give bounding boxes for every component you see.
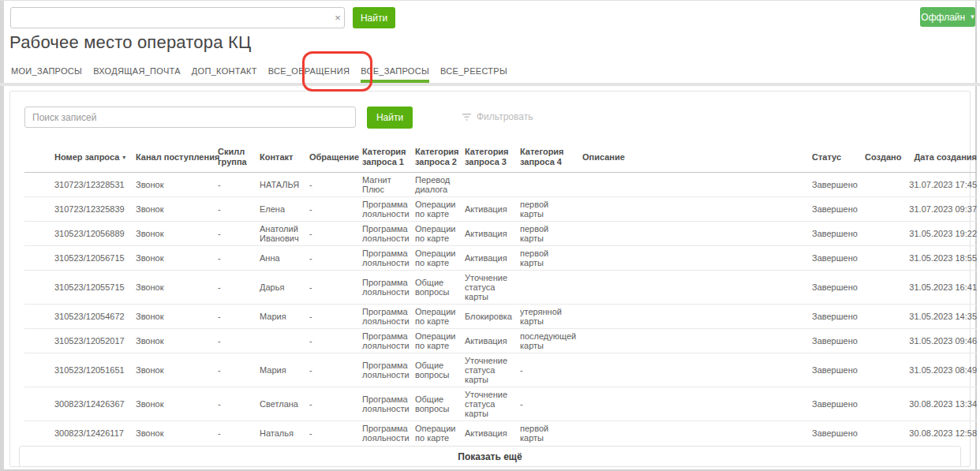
- global-find-button[interactable]: Найти: [353, 7, 395, 28]
- cell-request-number: 310523/12051651: [24, 353, 136, 387]
- app-window: × Найти Оффлайн ▾ Рабочее место оператор…: [0, 0, 980, 471]
- column-header-category-3[interactable]: Категория запроса 3: [465, 142, 520, 173]
- cell-category-4: [520, 173, 582, 197]
- cell-channel: Звонок: [136, 353, 218, 387]
- cell-description: [582, 173, 812, 197]
- cell-channel: Звонок: [136, 305, 218, 329]
- cell-description: [582, 387, 812, 421]
- cell-description: [582, 246, 812, 271]
- cell-contact: Мария: [260, 305, 309, 329]
- cell-created-date: 31.05.2023 16:41: [907, 271, 977, 305]
- cell-category-3: Активация: [465, 421, 520, 446]
- cell-request-number: 310523/12052017: [24, 329, 136, 353]
- cell-category-2: Операции по карте: [415, 246, 465, 271]
- cell-category-1: Программа лояльности: [362, 246, 415, 271]
- column-header-category-1[interactable]: Категория запроса 1: [362, 142, 415, 173]
- cell-category-4: [520, 271, 582, 305]
- cell-category-3: Активация: [465, 329, 520, 353]
- column-header-category-2[interactable]: Категория запроса 2: [415, 142, 465, 173]
- sort-desc-icon: ▾: [122, 154, 125, 161]
- cell-case: -: [309, 246, 362, 271]
- cell-contact: [260, 329, 309, 353]
- requests-table-body: 310723/12328531Звонок-НАТАЛЬЯ-Магнит Плю…: [24, 173, 977, 446]
- tab-vhodyashchaya-pochta[interactable]: ВХОДЯЩАЯ_ПОЧТА: [93, 66, 181, 83]
- column-header-contact[interactable]: Контакт: [260, 142, 309, 173]
- table-row[interactable]: 300823/12426117Звонок-Наталья-Программа …: [24, 421, 977, 446]
- records-search-input[interactable]: [24, 107, 356, 128]
- cell-category-2: Операции по карте: [415, 305, 465, 329]
- column-header-skill-group[interactable]: Скилл группа: [218, 142, 260, 173]
- column-header-created-by[interactable]: Создано: [865, 142, 907, 173]
- cell-created-by: [865, 305, 907, 329]
- requests-table: Номер запроса▾ Канал поступления Скилл г…: [24, 142, 977, 445]
- table-row[interactable]: 310523/12054672Звонок-Мария-Программа ло…: [24, 305, 977, 329]
- cell-created-by: [865, 246, 907, 271]
- cell-description: [582, 222, 812, 246]
- find-button[interactable]: Найти: [367, 107, 413, 129]
- cell-request-number: 310523/12056715: [24, 246, 136, 271]
- cell-category-1: Программа лояльности: [362, 305, 415, 329]
- tab-moi-zaprosy[interactable]: МОИ_ЗАПРОСЫ: [11, 66, 82, 83]
- cell-created-by: [865, 421, 907, 446]
- cell-created-date: 31.05.2023 08:49: [907, 353, 977, 387]
- cell-category-1: Программа лояльности: [362, 387, 415, 421]
- cell-skill-group: -: [218, 222, 260, 246]
- tab-dop-kontakt[interactable]: ДОП_КОНТАКТ: [192, 66, 257, 83]
- cell-contact: Светлана: [260, 387, 309, 421]
- cell-channel: Звонок: [136, 246, 218, 271]
- table-row[interactable]: 310723/12325839Звонок-Елена-Программа ло…: [24, 197, 977, 222]
- cell-case: -: [309, 173, 362, 197]
- column-header-case[interactable]: Обращение: [309, 142, 362, 173]
- cell-request-number: 310523/12055715: [24, 271, 136, 305]
- cell-created-by: [865, 387, 907, 421]
- cell-category-3: Активация: [465, 246, 520, 271]
- cell-request-number: 300823/12426367: [24, 387, 136, 421]
- cell-category-1: Магнит Плюс: [362, 173, 415, 197]
- column-header-description[interactable]: Описание: [582, 142, 812, 173]
- show-more-button[interactable]: Показать ещё: [19, 446, 961, 467]
- content-panel: Найти Фильтровать Номер запроса▾: [9, 91, 971, 467]
- tab-vse-obrashcheniya[interactable]: ВСЕ_ОБРАЩЕНИЯ: [268, 66, 350, 83]
- cell-description: [582, 421, 812, 446]
- table-row[interactable]: 310523/12052017Звонок--Программа лояльно…: [24, 329, 977, 353]
- cell-status: Завершено: [812, 222, 865, 246]
- cell-description: [582, 305, 812, 329]
- table-row[interactable]: 300823/12426367Звонок-Светлана-Программа…: [24, 387, 977, 421]
- table-row[interactable]: 310523/12055715Звонок-Дарья-Программа ло…: [24, 271, 977, 305]
- cell-category-3: Активация: [465, 222, 520, 246]
- cell-channel: Звонок: [136, 197, 218, 222]
- table-row[interactable]: 310723/12328531Звонок-НАТАЛЬЯ-Магнит Плю…: [24, 173, 977, 197]
- offline-status-button[interactable]: Оффлайн ▾: [920, 7, 975, 27]
- column-header-created-date[interactable]: Дата создания: [907, 142, 977, 173]
- cell-skill-group: -: [218, 246, 260, 271]
- cell-category-3: Уточнение статуса карты: [465, 387, 520, 421]
- tabs-divider: [0, 83, 980, 86]
- filter-toggle[interactable]: Фильтровать: [462, 111, 533, 122]
- cell-channel: Звонок: [136, 222, 218, 246]
- cell-case: -: [309, 197, 362, 222]
- clear-search-icon[interactable]: ×: [327, 7, 348, 28]
- cell-category-4: первой карты: [520, 222, 582, 246]
- cell-request-number: 310723/12328531: [24, 173, 136, 197]
- global-search-input[interactable]: [10, 7, 345, 28]
- tab-vse-zaprosy[interactable]: ВСЕ_ЗАПРОСЫ: [361, 66, 429, 83]
- column-header-status[interactable]: Статус: [812, 142, 865, 173]
- cell-channel: Звонок: [136, 329, 218, 353]
- table-row[interactable]: 310523/12056889Звонок-Анатолий Иванович-…: [24, 222, 977, 246]
- cell-category-1: Программа лояльности: [362, 421, 415, 446]
- column-header-category-4[interactable]: Категория запроса 4: [520, 142, 582, 173]
- cell-created-by: [865, 173, 907, 197]
- table-row[interactable]: 310523/12056715Звонок-Анна-Программа лоя…: [24, 246, 977, 271]
- column-header-request-number[interactable]: Номер запроса▾: [24, 142, 136, 173]
- column-header-channel[interactable]: Канал поступления: [136, 142, 218, 173]
- cell-created-date: 31.05.2023 18:55: [907, 246, 977, 271]
- cell-skill-group: -: [218, 271, 260, 305]
- cell-skill-group: -: [218, 421, 260, 446]
- table-row[interactable]: 310523/12051651Звонок-Мария-Программа ло…: [24, 353, 977, 387]
- tab-vse-reestry[interactable]: ВСЕ_РЕЕСТРЫ: [440, 66, 507, 83]
- cell-category-1: Программа лояльности: [362, 222, 415, 246]
- cell-created-by: [865, 353, 907, 387]
- cell-category-3: Уточнение статуса карты: [465, 271, 520, 305]
- cell-skill-group: -: [218, 387, 260, 421]
- cell-case: -: [309, 353, 362, 387]
